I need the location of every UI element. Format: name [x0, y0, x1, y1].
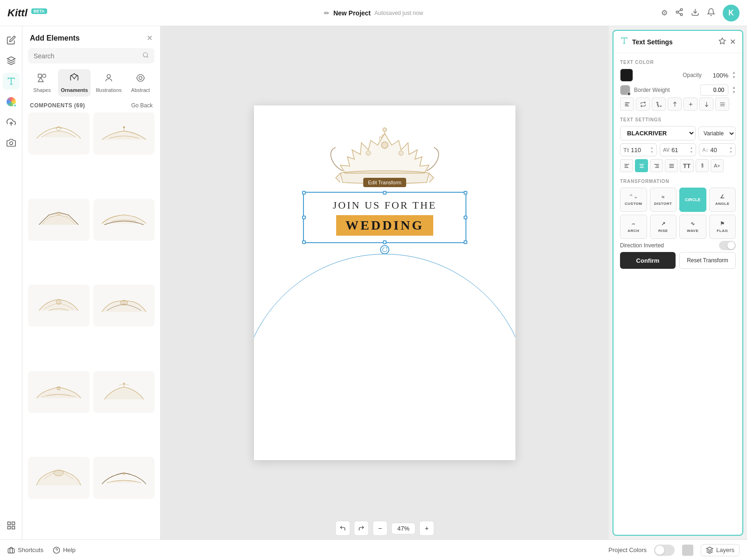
- sidebar-item-text[interactable]: [3, 73, 20, 90]
- panel-close-icon[interactable]: ✕: [730, 37, 736, 46]
- text-selection-box[interactable]: JOIN US FOR THE WEDDING: [303, 192, 466, 243]
- sidebar-item-grid[interactable]: [3, 517, 20, 534]
- handle-bm[interactable]: [383, 240, 387, 244]
- list-item[interactable]: [28, 285, 90, 327]
- download-icon[interactable]: [691, 8, 699, 18]
- tab-ornaments[interactable]: Ornaments: [58, 69, 91, 97]
- list-item[interactable]: [93, 457, 155, 499]
- border-down[interactable]: ▼: [732, 90, 736, 95]
- transform-custom-btn[interactable]: ⌃⌄ CUSTOM: [620, 188, 647, 212]
- handle-tm[interactable]: [383, 191, 387, 195]
- align-bottom-btn[interactable]: [699, 98, 713, 111]
- align-middle-btn[interactable]: [684, 98, 698, 111]
- transform-distort-btn[interactable]: ≈ DISTORT: [650, 188, 677, 212]
- opacity-spinner[interactable]: ▲ ▼: [732, 70, 736, 79]
- bold-btn[interactable]: TT: [680, 159, 694, 172]
- align-distribute-btn[interactable]: [715, 98, 729, 111]
- border-spinner[interactable]: ▲ ▼: [732, 85, 736, 94]
- leading-spinner[interactable]: ▲ ▼: [729, 146, 733, 154]
- layers-button[interactable]: Layers: [701, 544, 740, 556]
- case-btn[interactable]: A+: [711, 159, 724, 172]
- bell-icon[interactable]: [707, 8, 715, 18]
- user-avatar[interactable]: K: [723, 5, 740, 21]
- list-item[interactable]: [93, 112, 155, 154]
- font-size-value[interactable]: 110: [631, 147, 648, 154]
- list-item[interactable]: [93, 285, 155, 327]
- border-color-swatch[interactable]: [620, 85, 630, 95]
- opacity-up[interactable]: ▲: [732, 70, 736, 75]
- go-back-button[interactable]: Go Back: [131, 102, 153, 109]
- align-left-btn[interactable]: [620, 98, 634, 111]
- font-family-select[interactable]: BLACKRIVER: [620, 126, 696, 140]
- canvas-area[interactable]: Edit Transform JOIN US FOR THE: [161, 26, 609, 539]
- transform-flag-btn[interactable]: ⚑ FLAG: [709, 215, 736, 239]
- tab-shapes[interactable]: Shapes: [28, 69, 56, 97]
- redo-button[interactable]: [354, 521, 369, 536]
- zoom-level[interactable]: 47%: [391, 523, 416, 534]
- list-item[interactable]: [28, 199, 90, 241]
- list-item[interactable]: [93, 371, 155, 413]
- theme-toggle[interactable]: [654, 545, 675, 556]
- direction-toggle[interactable]: [719, 241, 736, 250]
- panel-close-icon[interactable]: ✕: [147, 34, 153, 42]
- handle-rm[interactable]: [464, 216, 467, 219]
- font-row: BLACKRIVER Variable: [620, 126, 736, 140]
- transform-wave-btn[interactable]: ∿ WAVE: [679, 215, 706, 239]
- leading-value[interactable]: 40: [710, 147, 727, 154]
- transform-angle-btn[interactable]: ∠ ANGLE: [709, 188, 736, 212]
- tracking-value[interactable]: 61: [671, 147, 688, 154]
- settings-icon[interactable]: ⚙: [661, 8, 668, 17]
- zoom-out-button[interactable]: −: [373, 521, 388, 536]
- handle-bl[interactable]: [302, 240, 306, 244]
- opacity-down[interactable]: ▼: [732, 75, 736, 80]
- ligatures-btn[interactable]: fi: [696, 159, 709, 172]
- text-color-swatch[interactable]: [620, 69, 633, 82]
- align-left-text-btn[interactable]: [620, 159, 633, 172]
- zoom-in-button[interactable]: +: [419, 521, 434, 536]
- font-variant-select[interactable]: Variable: [698, 126, 736, 140]
- border-value[interactable]: 0.00: [700, 84, 728, 96]
- transform-circle-btn[interactable]: CIRCLE: [679, 188, 706, 212]
- reset-transform-button[interactable]: Reset Transform: [679, 252, 736, 269]
- color-palette-icon[interactable]: [682, 545, 693, 556]
- edit-transform-badge[interactable]: Edit Transform: [363, 178, 406, 187]
- transform-arch-btn[interactable]: ⌢ ARCH: [620, 215, 647, 239]
- list-item[interactable]: [28, 112, 90, 154]
- magic-icon[interactable]: [719, 37, 726, 46]
- list-item[interactable]: [28, 457, 90, 499]
- sidebar-item-layers[interactable]: [3, 52, 20, 69]
- handle-br[interactable]: [464, 240, 467, 244]
- transform-rise-btn[interactable]: ↗ RISE: [650, 215, 677, 239]
- tab-illustrations[interactable]: Illustrations: [92, 69, 125, 97]
- sidebar-item-upload[interactable]: [3, 114, 20, 131]
- rotation-handle[interactable]: [380, 245, 389, 254]
- tracking-spinner[interactable]: ▲ ▼: [690, 146, 693, 154]
- list-item[interactable]: [28, 371, 90, 413]
- help-button[interactable]: Help: [53, 546, 76, 554]
- align-flip-v-btn[interactable]: [652, 98, 666, 111]
- search-input[interactable]: [34, 52, 139, 60]
- handle-lm[interactable]: [302, 216, 306, 219]
- handle-tr[interactable]: [464, 191, 467, 195]
- align-center-text-btn[interactable]: [635, 159, 648, 172]
- share-icon[interactable]: [675, 8, 684, 18]
- list-item[interactable]: [93, 199, 155, 241]
- project-title[interactable]: New Project: [333, 9, 371, 17]
- align-right-text-btn[interactable]: [650, 159, 663, 172]
- handle-tl[interactable]: [302, 191, 306, 195]
- undo-button[interactable]: [335, 521, 350, 536]
- confirm-button[interactable]: Confirm: [620, 252, 676, 269]
- sidebar-item-camera[interactable]: [3, 134, 20, 151]
- shortcuts-button[interactable]: Shortcuts: [7, 546, 43, 554]
- border-up[interactable]: ▲: [732, 85, 736, 90]
- align-justify-text-btn[interactable]: [665, 159, 678, 172]
- tab-abstract[interactable]: Abstract: [127, 69, 155, 97]
- custom-icon: ⌃⌄: [629, 194, 638, 200]
- font-size-spinner[interactable]: ▲ ▼: [650, 146, 654, 154]
- panel-content: TEXT COLOR Opacity 100% ▲ ▼: [613, 53, 742, 535]
- sidebar-item-edit[interactable]: [3, 32, 20, 49]
- align-top-btn[interactable]: [668, 98, 682, 111]
- sidebar-item-color[interactable]: [3, 93, 20, 110]
- canvas-document[interactable]: Edit Transform JOIN US FOR THE: [254, 105, 515, 460]
- align-flip-h-btn[interactable]: [636, 98, 650, 111]
